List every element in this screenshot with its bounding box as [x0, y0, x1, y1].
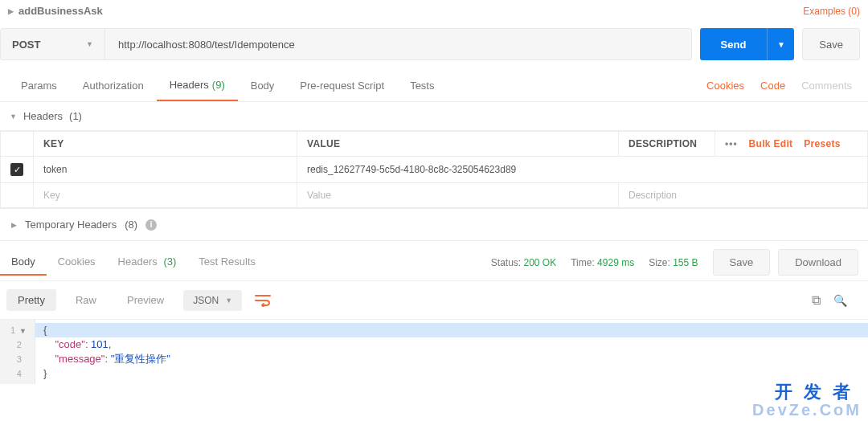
table-row[interactable]: ✓ token redis_12627749-5c5d-4180-8c8c-32… — [1, 157, 868, 183]
tab-prerequest[interactable]: Pre-request Script — [287, 70, 397, 101]
caret-down-icon: ▼ — [10, 112, 17, 121]
resp-tab-body[interactable]: Body — [0, 249, 47, 276]
caret-down-icon: ▼ — [225, 296, 232, 305]
resp-tab-headers[interactable]: Headers (3) — [107, 249, 188, 276]
info-icon[interactable]: i — [145, 219, 157, 231]
url-value: http://localhost:8080/test/Idempotence — [118, 39, 295, 51]
caret-right-icon: ▶ — [11, 221, 17, 229]
time-value: 4929 ms — [597, 257, 634, 268]
headers-table: KEY VALUE DESCRIPTION ••• Bulk Edit Pres… — [0, 131, 868, 208]
send-label: Send — [700, 28, 768, 60]
code-link[interactable]: Code — [752, 80, 793, 92]
table-row-new[interactable]: Key Value Description — [1, 183, 868, 208]
description-input[interactable]: Description — [619, 183, 868, 208]
copy-icon[interactable]: ⧉ — [812, 293, 825, 308]
method-select[interactable]: POST ▼ — [1, 29, 105, 59]
viewer-tab-raw[interactable]: Raw — [64, 289, 108, 311]
response-body-viewer[interactable]: 1 ▼ 2 3 4 { "code": 101, "message": "重复性… — [0, 320, 868, 384]
resp-tab-cookies[interactable]: Cookies — [47, 249, 107, 276]
watermark: 开发者 DevZe.CoM — [752, 380, 862, 419]
send-button[interactable]: Send ▼ — [700, 28, 795, 60]
caret-down-icon: ▼ — [86, 40, 93, 48]
size-value: 155 B — [673, 257, 698, 268]
send-dropdown[interactable]: ▼ — [767, 28, 794, 60]
tab-tests[interactable]: Tests — [397, 70, 447, 101]
tab-authorization[interactable]: Authorization — [70, 70, 157, 101]
col-key: KEY — [34, 132, 297, 157]
examples-link[interactable]: Examples (0) — [803, 6, 860, 17]
temporary-headers-accordion[interactable]: ▶ Temporary Headers (8) i — [0, 208, 868, 241]
comments-link[interactable]: Comments — [793, 80, 860, 92]
col-value: VALUE — [297, 132, 619, 157]
method-value: POST — [12, 39, 40, 51]
wrap-lines-button[interactable] — [250, 291, 276, 310]
bulk-edit-link[interactable]: Bulk Edit — [749, 138, 793, 149]
value-input[interactable]: Value — [297, 183, 619, 208]
cookies-link[interactable]: Cookies — [698, 80, 752, 92]
headers-accordion[interactable]: ▼ Headers (1) — [0, 102, 868, 131]
viewer-tab-pretty[interactable]: Pretty — [6, 289, 56, 311]
method-url-group: POST ▼ http://localhost:8080/test/Idempo… — [0, 28, 692, 60]
save-label: Save — [819, 39, 843, 51]
status-value: 200 OK — [524, 257, 557, 268]
format-select[interactable]: JSON ▼ — [183, 290, 242, 311]
fold-icon[interactable]: ▼ — [19, 324, 27, 338]
caret-right-icon: ▶ — [8, 7, 14, 15]
col-description: DESCRIPTION — [619, 132, 715, 157]
header-value-cell[interactable]: redis_12627749-5c5d-4180-8c8c-325054623d… — [297, 157, 868, 183]
viewer-tab-preview[interactable]: Preview — [116, 289, 175, 311]
more-options-icon[interactable]: ••• — [725, 138, 738, 149]
wrap-icon — [255, 294, 271, 307]
header-key-cell[interactable]: token — [34, 157, 297, 183]
url-input[interactable]: http://localhost:8080/test/Idempotence — [105, 29, 691, 59]
line-gutter: 1 ▼ 2 3 4 — [0, 320, 35, 384]
resp-tab-tests[interactable]: Test Results — [187, 249, 267, 276]
key-input[interactable]: Key — [34, 183, 297, 208]
search-icon[interactable]: 🔍 — [833, 294, 862, 307]
request-name[interactable]: ▶ addBusinessAsk — [8, 5, 103, 17]
request-title: addBusinessAsk — [18, 5, 103, 17]
tab-params[interactable]: Params — [8, 70, 70, 101]
tab-body[interactable]: Body — [238, 70, 288, 101]
checkbox-icon[interactable]: ✓ — [10, 163, 23, 176]
save-response-button[interactable]: Save — [713, 249, 771, 276]
save-request-button[interactable]: Save — [802, 28, 860, 60]
download-response-button[interactable]: Download — [778, 249, 858, 276]
presets-link[interactable]: Presets — [804, 138, 840, 149]
tab-headers[interactable]: Headers (9) — [157, 70, 238, 101]
